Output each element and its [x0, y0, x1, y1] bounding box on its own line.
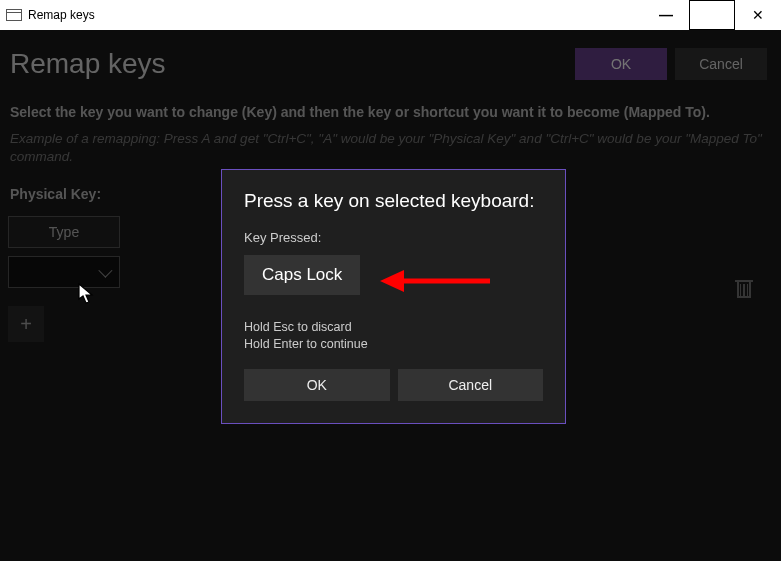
- chevron-down-icon: [98, 264, 112, 278]
- key-dropdown[interactable]: [8, 256, 120, 288]
- key-pressed-value: Caps Lock: [244, 255, 360, 295]
- type-button[interactable]: Type: [8, 216, 120, 248]
- window-title: Remap keys: [28, 8, 95, 22]
- add-mapping-button[interactable]: +: [8, 306, 44, 342]
- instruction-text: Select the key you want to change (Key) …: [8, 90, 773, 124]
- key-press-dialog: Press a key on selected keyboard: Key Pr…: [221, 169, 566, 424]
- cancel-button[interactable]: Cancel: [675, 48, 767, 80]
- dialog-hint: Hold Esc to discard Hold Enter to contin…: [244, 319, 543, 353]
- dialog-title: Press a key on selected keyboard:: [244, 190, 543, 212]
- dialog-cancel-button[interactable]: Cancel: [398, 369, 544, 401]
- app-icon: [6, 9, 22, 21]
- page-title: Remap keys: [8, 38, 166, 90]
- key-pressed-label: Key Pressed:: [244, 230, 543, 245]
- ok-button[interactable]: OK: [575, 48, 667, 80]
- minimize-button[interactable]: —: [643, 0, 689, 30]
- close-button[interactable]: ✕: [735, 0, 781, 30]
- dialog-ok-button[interactable]: OK: [244, 369, 390, 401]
- delete-icon[interactable]: [735, 280, 753, 300]
- titlebar: Remap keys — ✕: [0, 0, 781, 30]
- maximize-button[interactable]: [689, 0, 735, 30]
